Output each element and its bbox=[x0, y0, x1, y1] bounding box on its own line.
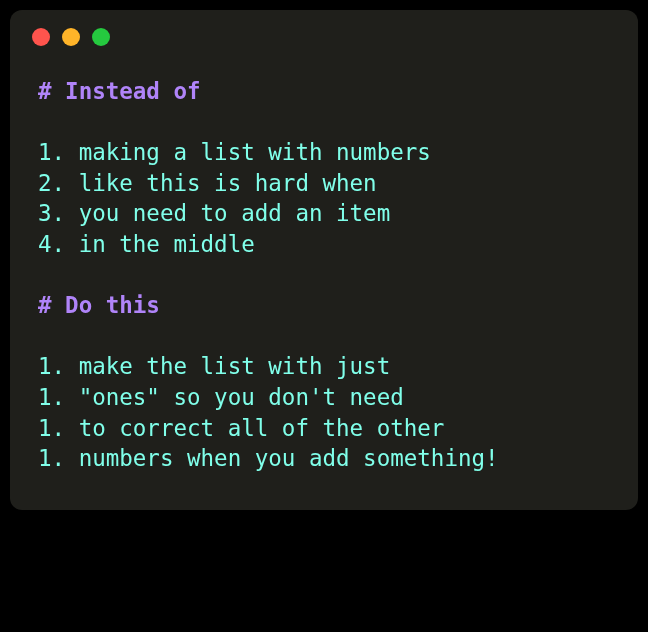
list-item: 1. "ones" so you don't need bbox=[38, 382, 610, 413]
list-item: 2. like this is hard when bbox=[38, 168, 610, 199]
list-item: 1. numbers when you add something! bbox=[38, 443, 610, 474]
list-item: 3. you need to add an item bbox=[38, 198, 610, 229]
list-item: 1. make the list with just bbox=[38, 351, 610, 382]
maximize-icon[interactable] bbox=[92, 28, 110, 46]
close-icon[interactable] bbox=[32, 28, 50, 46]
minimize-icon[interactable] bbox=[62, 28, 80, 46]
list-item: 4. in the middle bbox=[38, 229, 610, 260]
heading: # Do this bbox=[38, 290, 610, 321]
list-item: 1. to correct all of the other bbox=[38, 413, 610, 444]
list-item: 1. making a list with numbers bbox=[38, 137, 610, 168]
titlebar bbox=[10, 10, 638, 54]
code-window: # Instead of1. making a list with number… bbox=[10, 10, 638, 510]
code-content: # Instead of1. making a list with number… bbox=[10, 54, 638, 510]
heading: # Instead of bbox=[38, 76, 610, 107]
